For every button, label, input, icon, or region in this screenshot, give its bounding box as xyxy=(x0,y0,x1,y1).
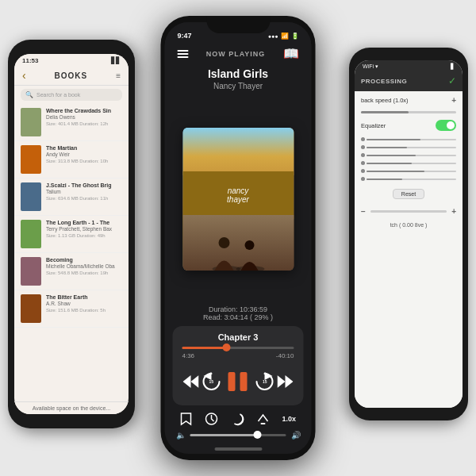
svg-rect-7 xyxy=(228,372,236,391)
list-item[interactable]: J.Scalzi - The Ghost Brig Talium Size: 6… xyxy=(14,178,129,216)
library-icon[interactable]: 📖 xyxy=(283,46,299,61)
hamburger-icon[interactable]: ≡ xyxy=(116,71,121,80)
volume-thumb xyxy=(253,431,261,439)
skip-forward-button[interactable]: 15 xyxy=(254,370,276,393)
plus-icon[interactable]: + xyxy=(451,96,456,105)
cover-bottom xyxy=(182,215,294,271)
playback-speed-label: back speed (1.0x) xyxy=(361,97,409,104)
book-title: Where the Crawdads Sin xyxy=(46,108,122,114)
right-header-title: PROCESSING xyxy=(361,78,407,85)
time-elapsed: 4:36 xyxy=(182,352,195,359)
wifi-icon: 📶 xyxy=(281,33,289,40)
eq-dot xyxy=(361,177,365,181)
search-icon: 🔍 xyxy=(25,91,33,98)
book-title: Becoming xyxy=(46,257,122,263)
airplay-button[interactable] xyxy=(256,412,271,426)
book-title: The Martian xyxy=(46,145,122,152)
play-pause-button[interactable] xyxy=(224,367,252,396)
book-author: Andy Weir xyxy=(46,152,122,158)
eq-slider-5[interactable] xyxy=(367,171,456,172)
chapter-label: Chapter 3 xyxy=(182,332,294,342)
center-phone: 9:47 ●●● 📶 🔋 NOW PLAYING 📖 Island Girls xyxy=(161,16,316,460)
book-meta: Size: 1.13 GB Duration: 49h xyxy=(46,233,122,238)
left-phone: 11:53 ▋▋ ‹ BOOKS ≡ 🔍 Search for a book W… xyxy=(8,40,135,428)
time-remaining: -40:10 xyxy=(276,352,294,359)
book-author: Talium xyxy=(46,189,122,195)
volume-slider[interactable] xyxy=(190,434,286,436)
book-author-main: Nancy Thayer xyxy=(165,82,312,95)
sleep-timer-button[interactable] xyxy=(230,412,244,426)
reset-button[interactable]: Reset xyxy=(393,189,424,199)
hamburger-line xyxy=(178,56,189,58)
right-content: back speed (1.0x) + Equalizer xyxy=(355,91,463,408)
right-battery: ▋ xyxy=(451,63,455,70)
list-item[interactable]: Becoming Michelle Obama/Michelle Oba Siz… xyxy=(14,253,129,290)
bookmark-button[interactable] xyxy=(180,412,193,426)
chapters-button[interactable] xyxy=(205,412,219,426)
eq-slider-1[interactable] xyxy=(367,139,456,140)
skip-back-button[interactable]: 15 xyxy=(200,370,222,393)
cover-author-name: nancy xyxy=(228,186,249,195)
eq-slider-3[interactable] xyxy=(367,155,456,156)
book-meta: Size: 548.8 MB Duration: 19h xyxy=(46,271,122,275)
svg-point-3 xyxy=(244,240,254,250)
equalizer-toggle[interactable] xyxy=(436,120,456,131)
duration-text: Duration: 10:36:59 xyxy=(178,305,299,313)
eq-slider-2[interactable] xyxy=(367,147,456,148)
right-check-icon: ✓ xyxy=(448,75,456,86)
speed-button[interactable]: 1.0x xyxy=(282,415,297,423)
pitch-slider[interactable] xyxy=(370,210,447,213)
search-bar[interactable]: 🔍 Search for a book xyxy=(21,89,122,101)
minus-icon[interactable]: − xyxy=(361,207,366,216)
eq-dot xyxy=(361,137,365,141)
eq-row-6 xyxy=(361,177,456,181)
list-item[interactable]: Where the Crawdads Sin Delia Owens Size:… xyxy=(14,104,129,141)
book-author: Delia Owens xyxy=(46,114,122,121)
time-row: 4:36 -40:10 xyxy=(182,352,294,359)
progress-text: Read: 3:04:14 ( 29% ) xyxy=(178,313,299,321)
plus-pitch-icon[interactable]: + xyxy=(451,207,456,216)
svg-marker-11 xyxy=(286,375,294,388)
center-time: 9:47 xyxy=(178,32,192,40)
left-footer: Available space on the device... xyxy=(14,401,129,414)
back-arrow-icon[interactable]: ‹ xyxy=(22,69,26,82)
book-title: J.Scalzi - The Ghost Brig xyxy=(46,182,122,189)
svg-rect-8 xyxy=(240,372,248,391)
book-cover-image[interactable]: nancy thayer island girls xyxy=(182,128,294,271)
eq-row-3 xyxy=(361,153,456,157)
cover-author-surname: thayer xyxy=(227,195,249,204)
progress-bar[interactable] xyxy=(182,347,294,349)
home-indicator xyxy=(214,447,262,451)
volume-fill xyxy=(190,434,258,436)
book-author: Michelle Obama/Michelle Oba xyxy=(46,263,122,270)
skip-forward-label: 15 xyxy=(263,379,267,384)
speed-slider[interactable] xyxy=(361,111,456,113)
book-meta: Size: 313.8 MB Duration: 10h xyxy=(46,159,122,163)
right-wifi: WiFi ▾ xyxy=(363,63,378,70)
eq-sliders xyxy=(361,137,456,181)
svg-marker-4 xyxy=(190,375,198,388)
left-header: ‹ BOOKS ≡ xyxy=(14,66,129,86)
book-meta: Size: 634.6 MB Duration: 11h xyxy=(46,196,122,201)
search-placeholder: Search for a book xyxy=(36,92,80,98)
svg-rect-13 xyxy=(261,423,266,424)
volume-high-icon: 🔊 xyxy=(291,431,301,440)
hamburger-line xyxy=(178,53,189,55)
left-battery: ▋▋ xyxy=(111,57,121,64)
list-item[interactable]: The Long Earth - 1 - The Terry Pratchett… xyxy=(14,216,129,253)
center-screen: 9:47 ●●● 📶 🔋 NOW PLAYING 📖 Island Girls xyxy=(165,22,312,454)
figures-svg xyxy=(182,215,294,271)
book-meta: Size: 401.4 MB Duration: 12h xyxy=(46,121,122,126)
list-item[interactable]: The Bitter Earth A.R. Shaw Size: 151.6 M… xyxy=(14,290,129,328)
eq-dot xyxy=(361,145,365,149)
list-item[interactable]: The Martian Andy Weir Size: 313.8 MB Dur… xyxy=(14,141,129,178)
eq-dot xyxy=(361,153,365,157)
book-title: The Long Earth - 1 - The xyxy=(46,220,122,226)
eq-slider-6[interactable] xyxy=(367,178,456,180)
eq-slider-4[interactable] xyxy=(367,163,456,164)
book-title: The Bitter Earth xyxy=(46,294,122,301)
rewind-button[interactable] xyxy=(182,375,198,388)
fast-forward-button[interactable] xyxy=(278,375,294,388)
hamburger-menu[interactable] xyxy=(178,50,189,58)
now-playing-label: NOW PLAYING xyxy=(206,50,266,58)
